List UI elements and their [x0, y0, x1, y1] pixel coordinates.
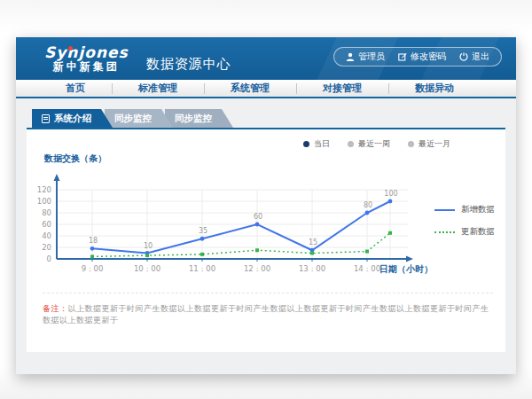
svg-text:日期（小时）: 日期（小时） [379, 264, 433, 274]
user-icon [346, 52, 355, 61]
svg-text:18: 18 [89, 237, 98, 245]
nav-item-home[interactable]: 首页 [39, 80, 112, 97]
logo-text-en: Synjones [44, 45, 129, 61]
app-window: Synjones 新中新集团 数据资源中心 管理员 修改密码 [16, 37, 516, 374]
user-toolbar: 管理员 修改密码 退出 [333, 47, 502, 66]
radio-icon [408, 141, 414, 147]
legend-item-updated-data[interactable]: 更新数据 [434, 226, 498, 238]
svg-text:12：00: 12：00 [244, 264, 270, 273]
logout-button[interactable]: 退出 [459, 51, 489, 63]
document-icon [42, 114, 50, 123]
filter-last-week[interactable]: 最近一周 [348, 138, 390, 150]
main-nav: 首页 标准管理 系统管理 对接管理 数据异动 [16, 80, 516, 98]
logo-text-cn: 新中新集团 [44, 61, 129, 73]
svg-text:20: 20 [42, 243, 51, 252]
filter-last-month[interactable]: 最近一月 [408, 138, 450, 150]
svg-text:60: 60 [42, 220, 51, 229]
svg-text:0: 0 [47, 254, 51, 263]
tab-sync-monitor-2[interactable]: 同步监控 [165, 109, 233, 128]
content-area: 系统介绍 同步监控 同步监控 当日 最近一周 [16, 98, 516, 352]
svg-text:80: 80 [42, 208, 51, 217]
svg-text:14：00: 14：00 [354, 264, 380, 273]
change-password-label: 修改密码 [411, 51, 446, 63]
filter-label: 当日 [314, 138, 330, 150]
logout-label: 退出 [472, 51, 489, 63]
change-password-button[interactable]: 修改密码 [398, 51, 446, 63]
footnote-label: 备注： [43, 304, 68, 313]
legend-label: 新增数据 [461, 204, 495, 215]
radio-icon [303, 141, 309, 147]
user-name-label: 管理员 [358, 51, 385, 63]
time-range-filters: 当日 最近一周 最近一月 [303, 138, 450, 150]
nav-item-standard-mgmt[interactable]: 标准管理 [112, 80, 204, 97]
chart-legend: 新增数据 更新数据 [434, 167, 498, 291]
legend-item-new-data[interactable]: 新增数据 [434, 204, 498, 215]
svg-text:10: 10 [144, 242, 153, 250]
tab-sync-monitor-1[interactable]: 同步监控 [105, 109, 173, 128]
app-header: Synjones 新中新集团 数据资源中心 管理员 修改密码 [16, 37, 516, 80]
company-logo: Synjones 新中新集团 [44, 45, 129, 72]
tab-label: 系统介绍 [54, 113, 91, 125]
chart-row: 0204060801001209：0010：0011：0012：0013：001… [27, 167, 505, 291]
svg-text:35: 35 [199, 227, 207, 235]
current-user-button[interactable]: 管理员 [346, 51, 385, 63]
svg-text:15: 15 [309, 239, 317, 246]
legend-label: 更新数据 [461, 226, 495, 238]
page-background: Synjones 新中新集团 数据资源中心 管理员 修改密码 [0, 0, 532, 399]
edit-icon [398, 52, 407, 61]
line-chart: 0204060801001209：0010：0011：0012：0013：001… [27, 167, 434, 291]
filter-label: 最近一月 [419, 138, 450, 150]
chart-card: 当日 最近一周 最近一月 数据交换（条） 0204060801001209：00… [27, 128, 505, 352]
legend-line-sample [434, 231, 455, 233]
legend-line-sample [434, 209, 455, 211]
svg-text:10：00: 10：00 [134, 264, 160, 273]
footnote: 备注：以上数据更新于时间产生数据以上数据更新于时间产生数据以上数据更新于时间产生… [43, 293, 493, 326]
svg-text:60: 60 [254, 213, 262, 221]
nav-item-interface-mgmt[interactable]: 对接管理 [296, 80, 388, 97]
svg-text:80: 80 [364, 201, 372, 209]
radio-icon [348, 141, 354, 147]
svg-text:100: 100 [37, 197, 51, 206]
logo-accent-dot [68, 46, 73, 51]
filter-label: 最近一周 [358, 138, 390, 150]
tab-system-intro[interactable]: 系统介绍 [32, 109, 113, 128]
power-icon [459, 52, 468, 61]
page-title: 数据资源中心 [146, 56, 231, 73]
tab-label: 同步监控 [175, 113, 212, 125]
svg-text:13：00: 13：00 [299, 264, 325, 273]
nav-item-system-mgmt[interactable]: 系统管理 [204, 80, 296, 97]
svg-text:40: 40 [42, 231, 51, 240]
tab-label: 同步监控 [114, 113, 152, 125]
svg-text:100: 100 [384, 190, 397, 198]
footnote-text: 以上数据更新于时间产生数据以上数据更新于时间产生数据以上数据更新于时间产生数据以… [43, 304, 489, 325]
svg-text:9：00: 9：00 [82, 264, 104, 273]
svg-text:120: 120 [37, 185, 51, 194]
svg-text:11：00: 11：00 [189, 264, 215, 273]
filter-today[interactable]: 当日 [303, 138, 330, 150]
nav-item-data-change[interactable]: 数据异动 [388, 80, 481, 97]
tab-bar: 系统介绍 同步监控 同步监控 [32, 109, 505, 128]
